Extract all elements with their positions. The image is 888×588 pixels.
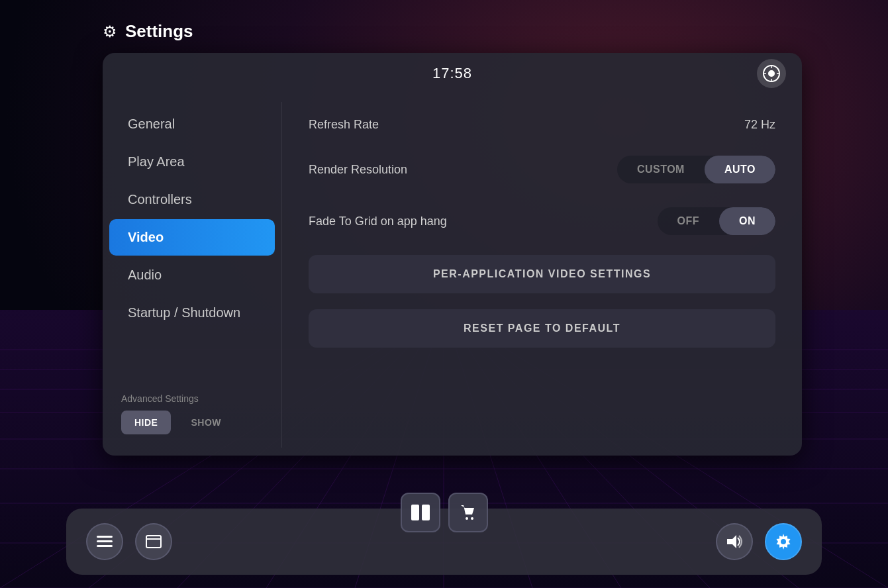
sidebar-item-audio[interactable]: Audio [109, 257, 275, 293]
svg-point-31 [471, 517, 473, 520]
show-advanced-button[interactable]: SHOW [177, 411, 234, 434]
library-button[interactable] [401, 493, 440, 532]
fade-to-grid-toggle: OFF ON [658, 207, 776, 235]
volume-button[interactable] [716, 523, 753, 560]
window-button[interactable] [135, 523, 172, 560]
sidebar-item-play-area[interactable]: Play Area [109, 144, 275, 180]
header-time: 17:58 [432, 65, 472, 82]
sidebar-advanced-section: Advanced Settings HIDE SHOW [103, 383, 281, 445]
sidebar-item-controllers[interactable]: Controllers [109, 181, 275, 218]
header-bar: 17:58 [103, 53, 802, 94]
render-resolution-auto[interactable]: AUTO [705, 156, 775, 183]
refresh-rate-row: Refresh Rate 72 Hz [309, 114, 775, 136]
fade-to-grid-on[interactable]: ON [719, 207, 775, 235]
svg-rect-23 [97, 536, 113, 538]
settings-title-bar: ⚙ Settings [103, 21, 193, 42]
steam-logo-button[interactable] [757, 59, 786, 88]
render-resolution-row: Render Resolution CUSTOM AUTO [309, 152, 775, 187]
sidebar: General Play Area Controllers Video Audi… [103, 94, 281, 456]
render-resolution-label: Render Resolution [309, 163, 407, 177]
fade-to-grid-label: Fade To Grid on app hang [309, 215, 447, 228]
panel-body: General Play Area Controllers Video Audi… [103, 94, 802, 456]
taskbar-right [716, 523, 802, 560]
svg-rect-24 [97, 540, 113, 542]
sidebar-item-video[interactable]: Video [109, 219, 275, 256]
advanced-toggle-group: HIDE SHOW [121, 411, 263, 434]
advanced-settings-label: Advanced Settings [121, 393, 263, 404]
sidebar-item-general[interactable]: General [109, 106, 275, 142]
svg-rect-29 [422, 505, 430, 520]
render-resolution-custom[interactable]: CUSTOM [617, 156, 705, 183]
svg-rect-25 [97, 545, 113, 547]
menu-button[interactable] [86, 523, 123, 560]
settings-panel: 17:58 General Play Area Controllers [103, 53, 802, 456]
hide-advanced-button[interactable]: HIDE [121, 411, 171, 434]
svg-rect-28 [411, 505, 419, 520]
per-application-video-button[interactable]: PER-APPLICATION VIDEO SETTINGS [309, 255, 775, 293]
taskbar-center [401, 493, 488, 532]
svg-point-22 [768, 70, 775, 77]
svg-point-34 [781, 539, 786, 544]
svg-marker-32 [727, 535, 736, 548]
fade-to-grid-off[interactable]: OFF [658, 207, 720, 235]
sidebar-item-startup-shutdown[interactable]: Startup / Shutdown [109, 295, 275, 331]
svg-rect-26 [146, 536, 161, 548]
content-area: Refresh Rate 72 Hz Render Resolution CUS… [282, 94, 802, 456]
store-button[interactable] [448, 493, 488, 532]
refresh-rate-label: Refresh Rate [309, 118, 379, 132]
settings-gear-icon: ⚙ [103, 23, 117, 41]
reset-page-button[interactable]: RESET PAGE TO DEFAULT [309, 309, 775, 348]
settings-button[interactable] [765, 523, 802, 560]
render-resolution-toggle: CUSTOM AUTO [617, 156, 775, 183]
settings-title: Settings [125, 21, 193, 42]
svg-point-30 [466, 517, 468, 520]
refresh-rate-value: 72 Hz [744, 118, 775, 132]
taskbar [66, 509, 822, 575]
taskbar-left [86, 523, 172, 560]
fade-to-grid-row: Fade To Grid on app hang OFF ON [309, 203, 775, 239]
sidebar-nav: General Play Area Controllers Video Audi… [103, 105, 281, 383]
